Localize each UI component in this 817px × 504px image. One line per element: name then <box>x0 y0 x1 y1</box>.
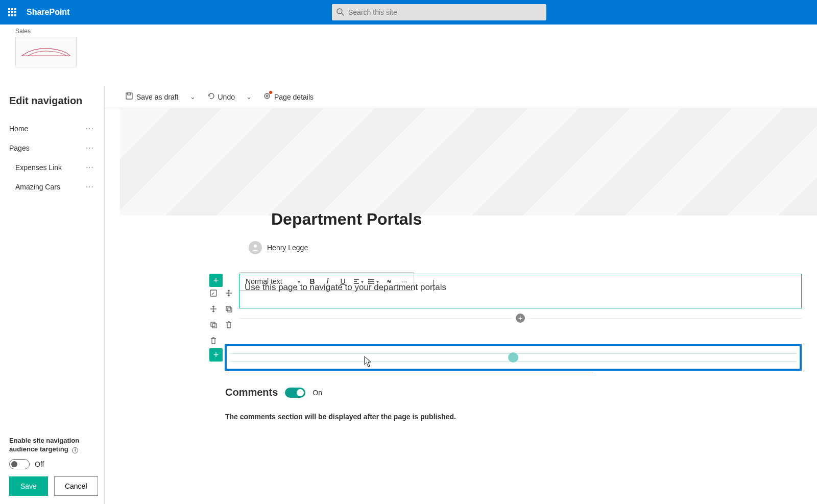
page-details-button[interactable]: Page details <box>258 89 319 105</box>
gear-icon <box>263 92 271 102</box>
ellipsis-icon[interactable]: ··· <box>86 124 94 133</box>
move-webpart-icon[interactable] <box>225 289 233 299</box>
audience-toggle-state: Off <box>35 460 44 468</box>
breadcrumb[interactable]: Sales <box>15 28 817 35</box>
command-bar: Save as draft ⌄ Undo ⌄ Page details <box>105 86 817 108</box>
avatar[interactable] <box>249 241 262 254</box>
comments-toggle-state: On <box>313 389 322 397</box>
site-logo[interactable] <box>15 37 77 67</box>
save-as-draft-label: Save as draft <box>136 93 179 101</box>
nav-item-label: Home <box>9 125 28 133</box>
undo-button[interactable]: Undo <box>202 89 240 105</box>
save-as-draft-chevron[interactable]: ⌄ <box>186 90 200 104</box>
app-launcher-button[interactable] <box>0 0 25 25</box>
nav-item-label: Amazing Cars <box>15 183 60 191</box>
save-button[interactable]: Save <box>9 476 48 496</box>
brand-label[interactable]: SharePoint <box>27 8 69 17</box>
nav-item-label: Expenses Link <box>15 163 62 172</box>
svg-point-4 <box>265 93 270 99</box>
comments-region: Comments On The comments section will be… <box>225 387 802 421</box>
waffle-icon <box>8 8 16 16</box>
car-logo-icon <box>20 46 71 58</box>
svg-rect-9 <box>212 324 217 328</box>
delete-webpart-icon[interactable] <box>225 321 233 330</box>
add-section-button[interactable]: + <box>209 348 223 362</box>
selected-empty-section: + <box>209 344 802 371</box>
svg-point-0 <box>337 9 342 14</box>
svg-rect-8 <box>211 322 215 326</box>
nav-item-amazing-cars[interactable]: Amazing Cars ··· <box>9 177 104 197</box>
svg-point-5 <box>266 95 268 97</box>
svg-rect-2 <box>126 93 132 99</box>
edit-section-icon[interactable] <box>209 289 218 299</box>
spell-check-underline <box>225 372 593 372</box>
page-title[interactable]: Department Portals <box>271 210 802 229</box>
add-webpart-button[interactable] <box>508 352 518 363</box>
audience-targeting-setting: Enable site navigation audience targetin… <box>9 437 104 504</box>
search-input[interactable] <box>348 8 546 16</box>
ellipsis-icon[interactable]: ··· <box>86 182 94 191</box>
svg-line-1 <box>342 13 344 15</box>
nav-item-expenses-link[interactable]: Expenses Link ··· <box>9 158 104 177</box>
audience-label-text: Enable site navigation audience targetin… <box>9 437 79 453</box>
page-details-label: Page details <box>274 93 314 101</box>
nav-item-label: Pages <box>9 144 30 152</box>
svg-point-6 <box>254 245 257 248</box>
svg-rect-11 <box>228 308 232 312</box>
suite-bar: SharePoint <box>0 0 817 25</box>
site-header: Sales <box>0 25 817 86</box>
undo-icon <box>207 92 215 102</box>
ellipsis-icon[interactable]: ··· <box>86 143 94 153</box>
text-webpart-editor[interactable]: Use this page to navigate to your depart… <box>239 274 802 308</box>
info-icon[interactable]: i <box>72 447 78 453</box>
section-text-webpart: + Normal text ▾ <box>209 274 802 323</box>
page-canvas: Save as draft ⌄ Undo ⌄ Page details D <box>105 86 817 504</box>
cancel-button[interactable]: Cancel <box>54 476 98 496</box>
webpart-toolbar <box>225 289 233 330</box>
comments-heading: Comments <box>225 387 278 398</box>
duplicate-section-icon[interactable] <box>209 321 218 330</box>
section-selection-outline[interactable] <box>225 344 802 371</box>
add-section-button[interactable]: + <box>209 274 223 287</box>
save-as-draft-button[interactable]: Save as draft <box>120 89 184 105</box>
svg-rect-3 <box>128 93 131 95</box>
comments-toggle[interactable] <box>285 388 305 398</box>
duplicate-webpart-icon[interactable] <box>225 305 233 315</box>
comments-note: The comments section will be displayed a… <box>225 413 802 421</box>
title-area-background[interactable]: Department Portals <box>120 108 817 215</box>
author-name[interactable]: Henry Legge <box>267 244 308 252</box>
author-row: Henry Legge <box>249 241 817 254</box>
undo-chevron[interactable]: ⌄ <box>242 90 256 104</box>
search-box[interactable] <box>332 4 546 20</box>
nav-item-pages[interactable]: Pages ··· <box>9 138 104 158</box>
nav-title: Edit navigation <box>9 95 104 107</box>
left-nav-panel: Edit navigation Home ··· Pages ··· Expen… <box>0 86 105 504</box>
add-webpart-button[interactable]: + <box>516 314 525 323</box>
audience-label: Enable site navigation audience targetin… <box>9 437 104 454</box>
add-webpart-divider: + <box>239 314 802 323</box>
svg-rect-10 <box>226 306 230 310</box>
save-icon <box>125 92 133 102</box>
ellipsis-icon[interactable]: ··· <box>86 163 94 172</box>
move-section-icon[interactable] <box>209 305 218 315</box>
audience-toggle[interactable] <box>9 459 30 469</box>
nav-item-home[interactable]: Home ··· <box>9 119 104 138</box>
search-icon <box>336 8 344 17</box>
section-toolbar <box>209 289 218 346</box>
undo-label: Undo <box>218 93 235 101</box>
